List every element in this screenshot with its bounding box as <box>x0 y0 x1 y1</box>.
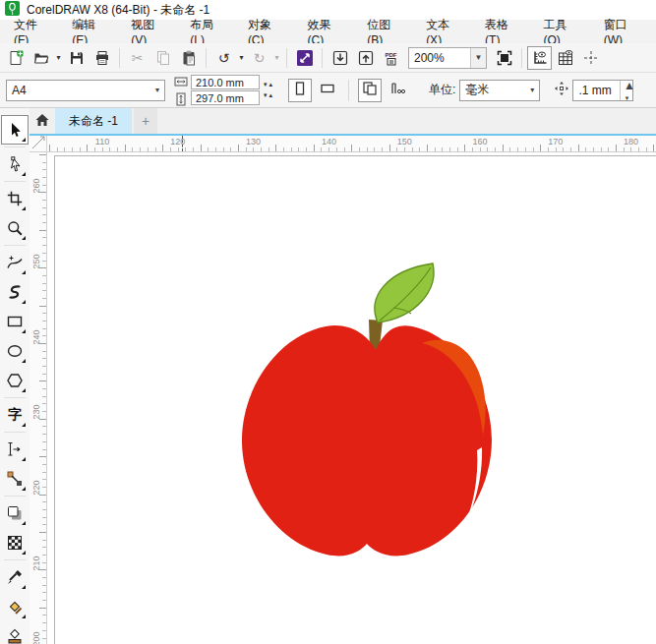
show-guidelines-button[interactable] <box>578 46 603 70</box>
current-page-button[interactable] <box>386 79 409 102</box>
show-grid-button[interactable] <box>553 46 577 70</box>
drawing-canvas[interactable] <box>47 152 656 644</box>
connector-tool[interactable] <box>1 464 29 494</box>
parallel-dimension-tool[interactable] <box>1 435 29 464</box>
portrait-button[interactable] <box>288 79 312 102</box>
nudge-offset-value: .1 mm <box>573 84 620 97</box>
new-tab-button[interactable]: + <box>134 108 157 134</box>
nudge-icon <box>554 81 569 96</box>
horizontal-ruler[interactable]: 110120130140150160170180 <box>47 136 656 152</box>
ellipse-tool[interactable] <box>1 336 29 366</box>
zoom-tool[interactable] <box>1 213 29 243</box>
menu-item-edit[interactable]: 编辑(E) <box>62 20 121 43</box>
pdf-button[interactable]: PDF <box>379 46 403 70</box>
fullscreen-preview-button[interactable] <box>492 46 516 70</box>
document-tab[interactable]: 未命名 -1 <box>55 108 132 134</box>
drop-shadow-icon <box>7 505 23 521</box>
menu-item-file[interactable]: 文件(F) <box>4 20 62 43</box>
nudge-offset-spinner[interactable]: ▲▼ <box>620 81 632 100</box>
home-icon <box>34 112 50 128</box>
apple-leaf[interactable] <box>375 263 434 322</box>
redo-button-dropdown[interactable]: ▾ <box>272 53 281 62</box>
menu-item-object[interactable]: 对象(C) <box>238 20 298 43</box>
page-size-preset-select[interactable]: A4 ▾ <box>6 80 165 101</box>
menu-item-bitmaps[interactable]: 位图(B) <box>357 20 416 43</box>
page-landscape-icon <box>320 81 335 96</box>
window-title: CorelDRAW X8 (64-Bit) - 未命名 -1 <box>27 2 209 19</box>
show-rulers-button[interactable] <box>527 46 552 70</box>
undo-button[interactable]: ↺ <box>211 46 236 70</box>
interactive-fill-tool[interactable] <box>1 621 29 644</box>
new-document-button[interactable] <box>3 46 28 70</box>
rectangle-icon <box>7 314 23 329</box>
smart-fill-tool[interactable] <box>1 592 29 621</box>
welcome-screen-button[interactable] <box>30 108 55 134</box>
export-button[interactable] <box>353 46 378 70</box>
freehand-curve-icon <box>7 255 23 270</box>
v-ruler-label: 200 <box>31 627 41 644</box>
document-tab-label: 未命名 -1 <box>69 113 118 130</box>
import-button[interactable] <box>328 46 352 70</box>
text-icon: 字 <box>8 406 22 424</box>
coreldraw-window: CorelDRAW X8 (64-Bit) - 未命名 -1 文件(F)编辑(E… <box>0 0 656 644</box>
landscape-button[interactable] <box>316 79 339 102</box>
open-button[interactable] <box>29 46 53 70</box>
cut-button[interactable]: ✂ <box>125 46 149 70</box>
page-height-input[interactable]: 297.0 mm <box>191 90 260 105</box>
crop-tool[interactable] <box>1 184 29 213</box>
chevron-down-icon: ▾ <box>150 86 164 94</box>
menu-item-table[interactable]: 表格(T) <box>475 20 533 43</box>
text-tool[interactable]: 字 <box>1 400 29 430</box>
dimension-icon <box>7 441 23 457</box>
fullscreen-preview-icon <box>497 50 512 66</box>
menu-item-tools[interactable]: 工具(O) <box>533 20 593 43</box>
ruler-origin-corner[interactable] <box>30 136 47 152</box>
drop-shadow-tool[interactable] <box>1 498 29 528</box>
rectangle-tool[interactable] <box>1 307 29 336</box>
menu-item-window[interactable]: 窗口(W) <box>594 20 656 43</box>
color-eyedropper-tool[interactable] <box>1 562 29 592</box>
paste-button[interactable] <box>176 46 201 70</box>
paste-icon <box>181 50 197 66</box>
toolbar-separator <box>322 48 323 68</box>
page-width-input[interactable]: 210.0 mm <box>191 75 260 89</box>
menu-item-layout[interactable]: 布局(L) <box>180 20 238 43</box>
zoom-level-select[interactable]: 200%▼ <box>408 47 487 69</box>
apple-illustration[interactable] <box>47 152 656 644</box>
units-select[interactable]: 毫米 ▾ <box>459 80 540 101</box>
h-ruler-label: 150 <box>397 137 412 146</box>
menu-item-effects[interactable]: 效果(C) <box>298 20 358 43</box>
freehand-tool[interactable] <box>1 248 29 277</box>
zoom-level-value: 200% <box>409 51 470 65</box>
page-width-spinner[interactable]: ▾▴ <box>262 81 274 88</box>
nudge-offset-input[interactable]: .1 mm ▲▼ <box>572 80 633 101</box>
menu-item-text[interactable]: 文本(X) <box>416 20 475 43</box>
copy-button[interactable] <box>150 46 175 70</box>
v-ruler-label: 260 <box>31 174 41 198</box>
polygon-tool[interactable] <box>1 366 29 395</box>
h-ruler-label: 130 <box>246 137 261 146</box>
page-height-icon <box>173 91 189 107</box>
undo-button-dropdown[interactable]: ▾ <box>237 53 246 62</box>
transparency-icon <box>7 535 23 551</box>
units-label: 单位: <box>429 82 455 98</box>
open-button-dropdown[interactable]: ▾ <box>54 53 63 62</box>
toolbox-separator <box>4 559 26 560</box>
shape-tool[interactable] <box>1 149 29 179</box>
menu-item-view[interactable]: 视图(V) <box>121 20 180 43</box>
page-size-preset-value: A4 <box>7 84 150 97</box>
toolbar-separator <box>286 48 287 68</box>
interactive-fill-icon <box>7 628 23 644</box>
print-button[interactable] <box>89 46 114 70</box>
search-content-button[interactable] <box>292 46 317 70</box>
pick-tool[interactable] <box>1 115 29 145</box>
page-height-spinner[interactable]: ▾▴ <box>262 91 274 99</box>
all-pages-button[interactable] <box>358 79 382 102</box>
transparency-tool[interactable] <box>1 528 29 557</box>
smart-drawing-tool[interactable] <box>1 277 29 307</box>
redo-button[interactable]: ↻ <box>247 46 271 70</box>
save-button[interactable] <box>64 46 89 70</box>
vertical-ruler[interactable]: 260250240230220210200 <box>30 152 47 644</box>
chevron-down-icon: ▾ <box>525 86 539 94</box>
toolbar-separator <box>206 48 207 68</box>
